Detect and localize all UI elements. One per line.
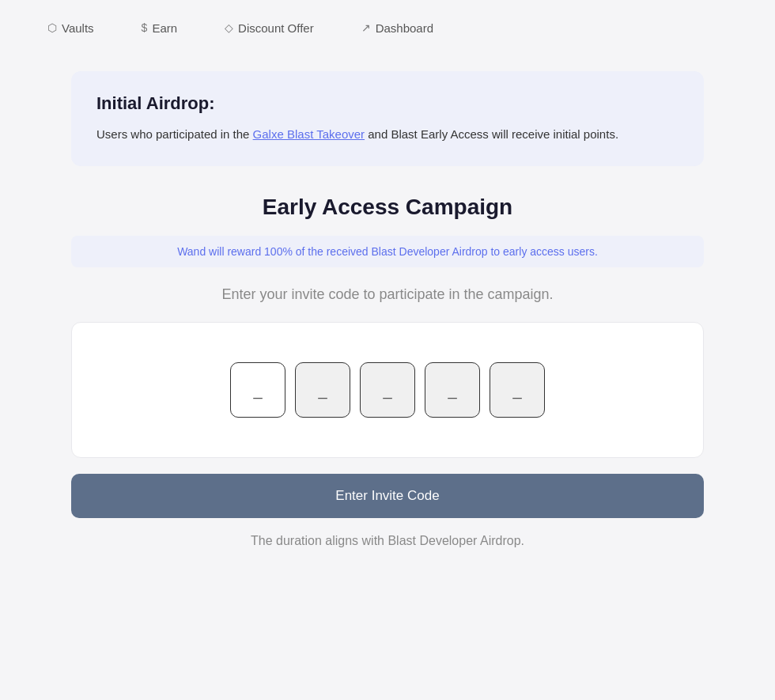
- campaign-reward-text: Wand will reward 100% of the received Bl…: [90, 245, 685, 258]
- code-dash-1: _: [253, 381, 262, 399]
- main-content: Initial Airdrop: Users who participated …: [0, 55, 775, 580]
- airdrop-desc-prefix: Users who participated in the: [96, 127, 253, 141]
- initial-airdrop-box: Initial Airdrop: Users who participated …: [71, 71, 704, 166]
- code-cell-3[interactable]: _: [360, 362, 415, 418]
- code-cell-5[interactable]: _: [490, 362, 545, 418]
- nav-vaults[interactable]: ⬡ Vaults: [47, 21, 94, 35]
- nav-dashboard[interactable]: ↗ Dashboard: [361, 21, 433, 35]
- code-dash-3: _: [383, 381, 391, 399]
- dashboard-icon: ↗: [361, 21, 371, 34]
- code-cell-4[interactable]: _: [425, 362, 480, 418]
- vaults-icon: ⬡: [47, 21, 57, 34]
- nav-earn-label: Earn: [152, 21, 177, 35]
- navigation: ⬡ Vaults $ Earn ◇ Discount Offer ↗ Dashb…: [0, 0, 775, 55]
- nav-earn[interactable]: $ Earn: [142, 21, 177, 35]
- invite-instruction: Enter your invite code to participate in…: [221, 286, 553, 303]
- enter-invite-code-button[interactable]: Enter Invite Code: [71, 474, 704, 518]
- earn-icon: $: [142, 21, 148, 34]
- discount-icon: ◇: [225, 21, 233, 34]
- code-dash-4: _: [448, 381, 456, 399]
- airdrop-desc-suffix: and Blast Early Access will receive init…: [365, 127, 618, 141]
- code-dash-5: _: [512, 381, 521, 399]
- campaign-reward-box: Wand will reward 100% of the received Bl…: [71, 236, 704, 267]
- campaign-section: Early Access Campaign Wand will reward 1…: [71, 195, 704, 548]
- airdrop-title: Initial Airdrop:: [96, 93, 679, 114]
- duration-note: The duration aligns with Blast Developer…: [251, 534, 524, 548]
- nav-discount-label: Discount Offer: [238, 21, 314, 35]
- nav-dashboard-label: Dashboard: [376, 21, 433, 35]
- code-input-area: _ _ _ _ _: [71, 322, 704, 458]
- code-cell-2[interactable]: _: [295, 362, 350, 418]
- galxe-blast-link[interactable]: Galxe Blast Takeover: [253, 127, 365, 141]
- airdrop-description: Users who participated in the Galxe Blas…: [96, 125, 679, 144]
- code-dash-2: _: [318, 381, 327, 399]
- code-cells-group: _ _ _ _ _: [230, 362, 545, 418]
- nav-vaults-label: Vaults: [62, 21, 94, 35]
- code-cell-1[interactable]: _: [230, 362, 285, 418]
- campaign-title: Early Access Campaign: [263, 195, 512, 220]
- nav-discount-offer[interactable]: ◇ Discount Offer: [225, 21, 314, 35]
